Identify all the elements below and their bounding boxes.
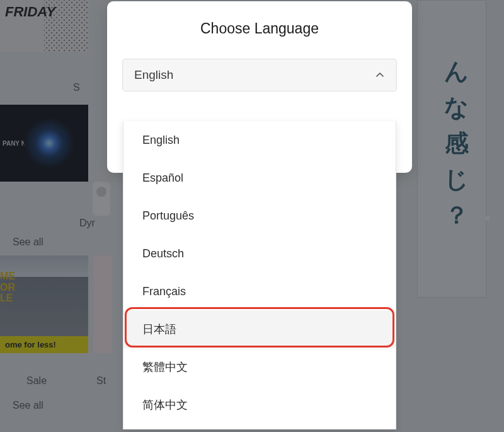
chevron-up-icon xyxy=(375,70,385,80)
language-select-value: English xyxy=(134,68,173,82)
language-option[interactable]: Español xyxy=(123,159,396,197)
language-dropdown: EnglishEspañolPortuguêsDeutschFrançais日本… xyxy=(123,121,396,429)
language-option[interactable]: Français xyxy=(123,272,396,310)
language-option[interactable]: Deutsch xyxy=(123,235,396,272)
language-option[interactable]: English xyxy=(123,121,396,159)
language-option[interactable]: 繁體中文 xyxy=(123,348,396,386)
language-select[interactable]: English xyxy=(122,59,397,91)
language-option[interactable]: 日本語 xyxy=(123,310,396,348)
modal-title: Choose Language xyxy=(122,20,397,37)
language-option[interactable]: 简体中文 xyxy=(123,386,396,424)
language-option[interactable]: Português xyxy=(123,197,396,235)
